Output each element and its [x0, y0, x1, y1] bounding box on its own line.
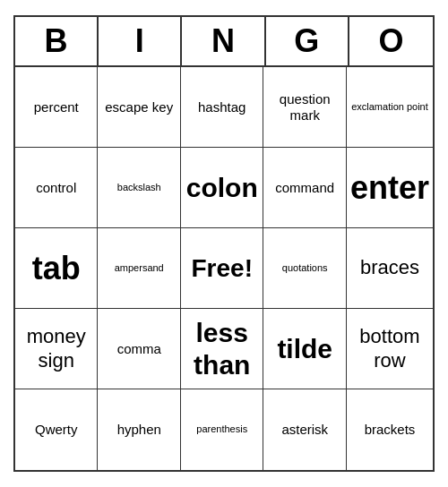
cell-text-3: question mark: [267, 91, 342, 124]
bingo-cell-4: exclamation point: [347, 67, 433, 148]
bingo-cell-13: quotations: [263, 228, 347, 309]
bingo-cell-9: enter: [347, 148, 433, 228]
bingo-cell-20: Qwerty: [15, 389, 98, 470]
bingo-cell-11: ampersand: [98, 228, 181, 309]
bingo-cell-21: hyphen: [98, 389, 181, 470]
header-letter-b: B: [15, 17, 99, 65]
bingo-cell-6: backslash: [98, 148, 181, 228]
cell-text-12: Free!: [191, 253, 252, 284]
bingo-cell-1: escape key: [98, 67, 181, 148]
bingo-cell-8: command: [263, 148, 347, 228]
header-letter-i: I: [99, 17, 182, 65]
cell-text-18: tilde: [277, 333, 332, 365]
cell-text-15: money sign: [19, 325, 93, 372]
cell-text-0: percent: [34, 99, 79, 115]
cell-text-20: Qwerty: [35, 422, 78, 438]
bingo-cell-10: tab: [15, 228, 98, 309]
bingo-cell-7: colon: [181, 148, 263, 228]
bingo-cell-19: bottom row: [347, 309, 433, 389]
cell-text-5: control: [36, 180, 76, 196]
cell-text-2: hashtag: [198, 99, 246, 115]
bingo-cell-22: parenthesis: [181, 389, 263, 470]
cell-text-19: bottom row: [350, 325, 429, 372]
cell-text-16: comma: [117, 341, 161, 357]
bingo-cell-14: braces: [347, 228, 433, 309]
cell-text-1: escape key: [105, 99, 173, 115]
bingo-cell-12: Free!: [181, 228, 263, 309]
bingo-cell-24: brackets: [347, 389, 433, 470]
cell-text-24: brackets: [365, 422, 416, 438]
cell-text-4: exclamation point: [351, 101, 428, 113]
bingo-cell-5: control: [15, 148, 98, 228]
cell-text-22: parenthesis: [196, 423, 247, 435]
header-letter-n: N: [182, 17, 265, 65]
header-letter-g: G: [266, 17, 349, 65]
bingo-cell-15: money sign: [15, 309, 98, 389]
header-letter-o: O: [349, 17, 433, 65]
cell-text-8: command: [275, 180, 334, 196]
bingo-cell-3: question mark: [263, 67, 347, 148]
cell-text-9: enter: [350, 168, 429, 207]
bingo-cell-18: tilde: [263, 309, 347, 389]
cell-text-7: colon: [186, 172, 258, 204]
cell-text-23: asterisk: [281, 422, 328, 438]
bingo-cell-17: less than: [181, 309, 263, 389]
cell-text-13: quotations: [282, 262, 328, 274]
bingo-cell-23: asterisk: [263, 389, 347, 470]
bingo-grid: percentescape keyhashtagquestion markexc…: [15, 67, 433, 470]
bingo-card: BINGO percentescape keyhashtagquestion m…: [13, 15, 435, 472]
bingo-cell-0: percent: [15, 67, 98, 148]
cell-text-10: tab: [32, 249, 81, 287]
bingo-header: BINGO: [15, 17, 433, 67]
bingo-cell-16: comma: [98, 309, 181, 389]
cell-text-17: less than: [185, 317, 259, 381]
cell-text-21: hyphen: [117, 422, 161, 438]
cell-text-14: braces: [360, 256, 419, 279]
bingo-cell-2: hashtag: [181, 67, 263, 148]
cell-text-11: ampersand: [115, 262, 164, 274]
cell-text-6: backslash: [117, 182, 161, 193]
